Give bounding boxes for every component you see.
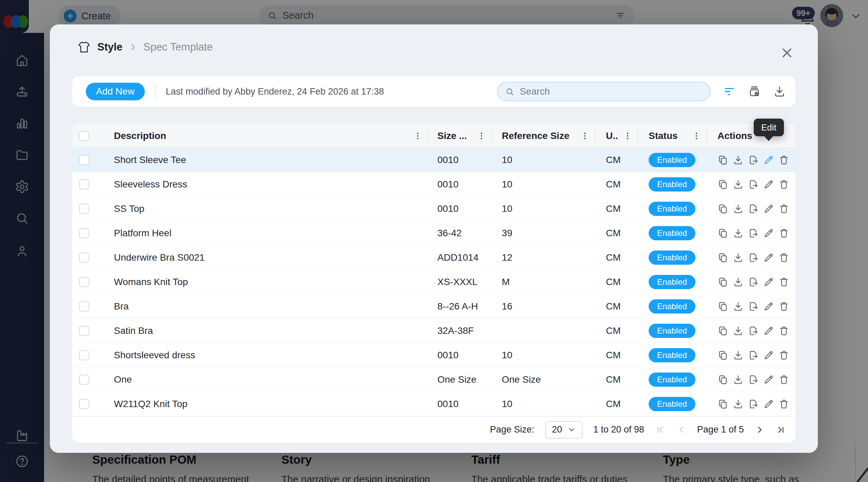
select-all-checkbox[interactable] (79, 131, 89, 141)
export-button[interactable] (748, 179, 759, 190)
copy-button[interactable] (717, 277, 728, 287)
row-checkbox[interactable] (79, 301, 89, 312)
edit-button[interactable] (763, 203, 774, 214)
export-button[interactable] (748, 325, 759, 336)
delete-button[interactable] (778, 203, 789, 214)
row-checkbox[interactable] (79, 277, 89, 287)
filter-button[interactable] (723, 85, 736, 98)
edit-button[interactable] (763, 252, 774, 263)
table-row[interactable]: Platform Heel 36-42 39 CM Enabled (72, 221, 795, 245)
kebab-menu-icon[interactable] (692, 132, 701, 140)
row-reference-size: 16 (492, 301, 595, 312)
table-row[interactable]: One One Size One Size CM Enabled (72, 367, 795, 392)
download-button[interactable] (733, 155, 744, 165)
table-row[interactable]: Satin Bra 32A-38F CM Enabled (72, 319, 795, 343)
delete-button[interactable] (778, 228, 789, 239)
copy-button[interactable] (717, 301, 728, 312)
copy-button[interactable] (717, 374, 728, 385)
previous-page-button[interactable] (676, 425, 686, 435)
download-button[interactable] (733, 277, 744, 287)
row-checkbox[interactable] (79, 326, 89, 336)
add-new-button[interactable]: Add New (86, 83, 145, 100)
row-size-range: 0010 (428, 179, 492, 190)
table-row[interactable]: SS Top 0010 10 CM Enabled (72, 197, 795, 221)
table-row[interactable]: Shortsleeved dress 0010 10 CM Enabled (72, 343, 795, 367)
row-checkbox[interactable] (79, 253, 89, 263)
download-button[interactable] (733, 252, 744, 263)
table-row[interactable]: Underwire Bra S0021 ADD1014 12 CM Enable… (72, 245, 795, 270)
row-checkbox[interactable] (79, 155, 89, 165)
download-button[interactable] (733, 301, 744, 312)
delete-button[interactable] (778, 399, 789, 409)
copy-button[interactable] (717, 325, 728, 336)
row-checkbox[interactable] (79, 204, 89, 214)
copy-button[interactable] (717, 228, 728, 239)
first-page-button[interactable] (655, 425, 665, 435)
copy-button[interactable] (717, 252, 728, 263)
table-row[interactable]: Womans Knit Top XS-XXXL M CM Enabled (72, 270, 795, 294)
delete-button[interactable] (778, 325, 789, 336)
edit-button[interactable] (763, 374, 774, 385)
export-button[interactable] (748, 252, 759, 263)
copy-button[interactable] (717, 203, 728, 214)
row-checkbox[interactable] (79, 375, 89, 385)
delete-button[interactable] (778, 301, 789, 312)
delete-button[interactable] (778, 277, 789, 287)
download-button[interactable] (733, 228, 744, 239)
delete-button[interactable] (778, 252, 789, 263)
row-checkbox[interactable] (79, 179, 89, 189)
edit-button[interactable] (763, 325, 774, 336)
kebab-menu-icon[interactable] (580, 132, 589, 140)
export-button[interactable] (748, 277, 759, 287)
copy-button[interactable] (717, 179, 728, 190)
kebab-menu-icon[interactable] (477, 132, 486, 140)
edit-button[interactable] (763, 277, 774, 287)
next-page-button[interactable] (755, 425, 765, 435)
screen: + Create 99+ (0, 0, 868, 482)
table-row[interactable]: Bra 8--26 A-H 16 CM Enabled (72, 294, 795, 319)
download-button[interactable] (733, 350, 744, 361)
delete-button[interactable] (778, 179, 789, 190)
kebab-menu-icon[interactable] (623, 132, 632, 140)
row-checkbox[interactable] (79, 350, 89, 360)
archive-button[interactable] (748, 85, 761, 98)
table-row[interactable]: Short Sleeve Tee 0010 10 CM Enabled (72, 148, 795, 172)
download-button[interactable] (733, 374, 744, 385)
export-button[interactable] (748, 155, 759, 165)
table-search-bar[interactable] (497, 82, 711, 101)
kebab-menu-icon[interactable] (413, 132, 422, 140)
edit-button[interactable] (763, 179, 774, 190)
row-description: Sleeveless Dress (96, 179, 428, 190)
table-search-input[interactable] (519, 86, 703, 97)
delete-button[interactable] (778, 350, 789, 361)
copy-button[interactable] (717, 399, 728, 409)
download-button[interactable] (733, 179, 744, 190)
breadcrumb-root[interactable]: Style (97, 41, 122, 53)
edit-button[interactable] (763, 301, 774, 312)
download-button[interactable] (733, 399, 744, 409)
row-checkbox[interactable] (79, 228, 89, 238)
table-row[interactable]: W211Q2 Knit Top 0010 10 CM Enabled (72, 392, 795, 416)
table-row[interactable]: Sleeveless Dress 0010 10 CM Enabled (72, 172, 795, 197)
edit-button[interactable] (763, 399, 774, 409)
delete-button[interactable] (778, 155, 789, 165)
edit-button[interactable] (763, 350, 774, 361)
close-icon[interactable] (781, 46, 793, 59)
page-size-select[interactable]: 20 (545, 421, 583, 439)
delete-button[interactable] (778, 374, 789, 385)
export-button[interactable] (748, 350, 759, 361)
download-button[interactable] (773, 85, 786, 98)
export-button[interactable] (748, 374, 759, 385)
row-checkbox[interactable] (79, 399, 89, 409)
download-button[interactable] (733, 203, 744, 214)
download-button[interactable] (733, 325, 744, 336)
copy-button[interactable] (717, 350, 728, 361)
last-page-button[interactable] (776, 425, 786, 435)
copy-button[interactable] (717, 155, 728, 165)
edit-button[interactable] (763, 228, 774, 239)
export-button[interactable] (748, 301, 759, 312)
export-button[interactable] (748, 399, 759, 409)
export-button[interactable] (748, 228, 759, 239)
export-button[interactable] (748, 203, 759, 214)
edit-button[interactable] (763, 155, 774, 165)
